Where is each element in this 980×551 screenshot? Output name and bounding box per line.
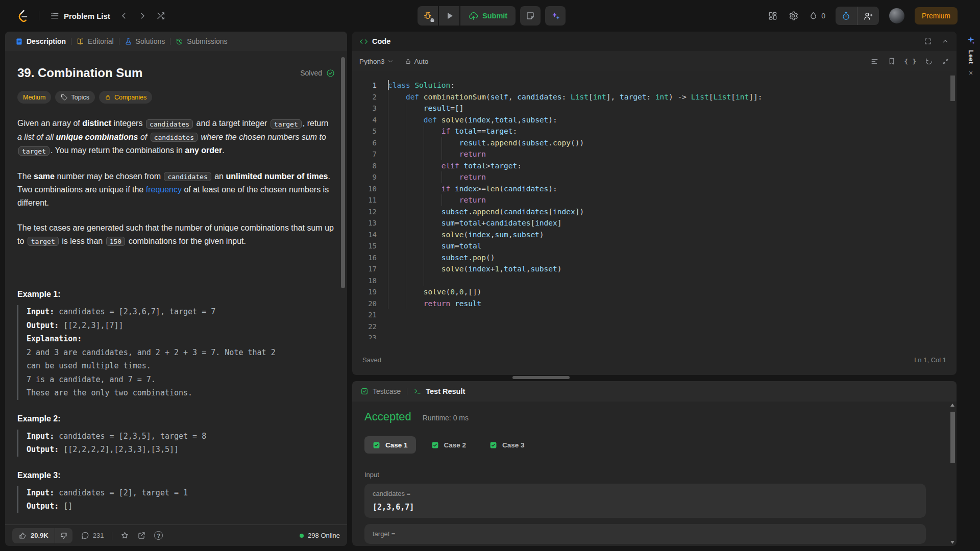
favorite-button[interactable] [120,531,129,540]
code-panel: Code Python3 Auto [352,32,957,375]
ai-assistant-button[interactable] [545,6,566,26]
code-statusbar: Saved Ln 1, Col 1 [352,352,957,375]
layout-grid-icon [768,11,778,21]
submit-button[interactable]: Submit [460,6,516,26]
code-editor[interactable]: 1class Solution:2def combinationSum(self… [352,71,949,339]
description-paragraph: The same number may be chosen from candi… [17,170,334,210]
user-avatar[interactable] [889,8,904,23]
case-1-button[interactable]: Case 1 [364,436,416,454]
settings-button[interactable] [788,11,798,21]
code-scrollbar-thumb[interactable] [950,76,955,101]
scroll-up-arrow[interactable] [950,404,954,407]
help-button[interactable]: ? [154,531,163,540]
note-icon [526,11,535,20]
play-icon [445,11,454,20]
difficulty-badge[interactable]: Medium [17,91,51,104]
case-2-label: Case 2 [444,441,467,449]
tab-solutions[interactable]: Solutions [119,37,170,45]
gear-icon [788,11,798,21]
streak-counter[interactable]: 0 [808,11,825,21]
code-line: 16subset.pop() [352,252,949,264]
code-line: 20return result [352,298,949,310]
random-problem-button[interactable] [153,8,168,23]
description-scrollbar-thumb[interactable] [341,57,345,288]
description-panel: Description Editorial Solutions Submissi… [5,32,347,546]
code-line: 10if index>=len(candidates): [352,183,949,195]
extension-side-strip[interactable]: Leet × [962,32,980,551]
shrink-editor-icon[interactable] [942,58,949,65]
code-line: 21 [352,309,949,321]
tab-submissions-label: Submissions [187,37,227,45]
tab-divider [407,388,407,395]
description-paragraph: The test cases are generated such that t… [17,221,334,248]
like-count: 20.9K [31,532,48,539]
extension-close-button[interactable]: × [969,69,973,77]
tab-test-result[interactable]: Test Result [413,387,465,395]
invite-collaborator-button[interactable] [857,7,879,25]
auto-toggle[interactable]: Auto [405,58,429,65]
case-selector: Case 1 Case 2 Case 3 [364,436,944,454]
code-line: 14solve(index,sum,subset) [352,229,949,241]
case-2-button[interactable]: Case 2 [423,436,475,454]
panel-resize-handle[interactable] [512,376,570,379]
tab-testcase-label: Testcase [373,387,401,395]
tab-submissions[interactable]: Submissions [170,37,232,45]
frequency-link[interactable]: frequency [146,185,182,194]
share-button[interactable] [137,531,146,540]
history-icon [176,38,183,45]
example-title: Example 2: [17,414,335,423]
flask-icon [125,38,132,45]
companies-badge[interactable]: Companies [99,91,152,104]
thumbs-up-icon [18,532,27,540]
difficulty-label: Medium [23,94,45,101]
timer-button[interactable] [836,7,857,25]
example-block: Input: candidates = [2,3,5], target = 8O… [17,430,335,457]
layout-button[interactable] [768,11,778,21]
run-button[interactable] [439,6,459,26]
fullscreen-icon[interactable] [924,37,932,45]
code-line: 5if total==target: [352,126,949,137]
tab-code[interactable]: Code [359,37,390,46]
result-scrollbar-thumb[interactable] [950,412,955,463]
tab-solutions-label: Solutions [136,37,165,45]
leetcode-logo[interactable] [12,6,32,26]
save-status: Saved [362,356,381,364]
like-button[interactable]: 20.9K [12,528,55,543]
tag-icon [61,94,68,101]
premium-button[interactable]: Premium [915,7,958,24]
debug-bug-icon [423,11,433,21]
bookmark-icon[interactable] [888,57,896,65]
solved-label: Solved [300,69,322,77]
result-tabbar: Testcase Test Result [352,381,957,402]
topics-label: Topics [71,94,89,101]
tab-description[interactable]: Description [10,37,71,45]
notes-button[interactable] [520,6,541,26]
tab-test-result-label: Test Result [426,387,465,395]
extension-strip-label[interactable]: Leet [967,50,974,64]
next-problem-button[interactable] [135,8,150,23]
tab-editorial[interactable]: Editorial [71,37,119,45]
tab-testcase[interactable]: Testcase [360,387,401,395]
language-selector[interactable]: Python3 [359,58,394,65]
description-paragraph: Given an array of distinct integers cand… [17,117,334,158]
debug-button[interactable] [418,6,438,26]
dislike-button[interactable] [55,528,72,543]
format-code-icon[interactable] [870,57,879,66]
thumbs-down-icon [60,532,68,540]
testcase-field-candidates[interactable]: candidates = [2,3,6,7] [364,484,926,518]
flame-icon [808,11,818,21]
case-3-button[interactable]: Case 3 [481,436,533,454]
comments-button[interactable]: 231 [81,531,104,540]
testcase-field-target[interactable]: target = [364,524,926,544]
scroll-down-arrow[interactable] [950,541,954,544]
problem-list-button[interactable]: Problem List [46,8,113,24]
collapse-panel-icon[interactable] [941,37,949,45]
reset-code-icon[interactable] [925,57,933,65]
example-block: Input: candidates = [2,3,6,7], target = … [17,305,335,400]
snippets-icon[interactable]: { } [904,58,916,65]
example-title: Example 1: [17,290,335,299]
stopwatch-icon [841,11,851,21]
topics-badge[interactable]: Topics [55,91,94,104]
prev-problem-button[interactable] [116,8,132,23]
terminal-icon [413,387,422,395]
